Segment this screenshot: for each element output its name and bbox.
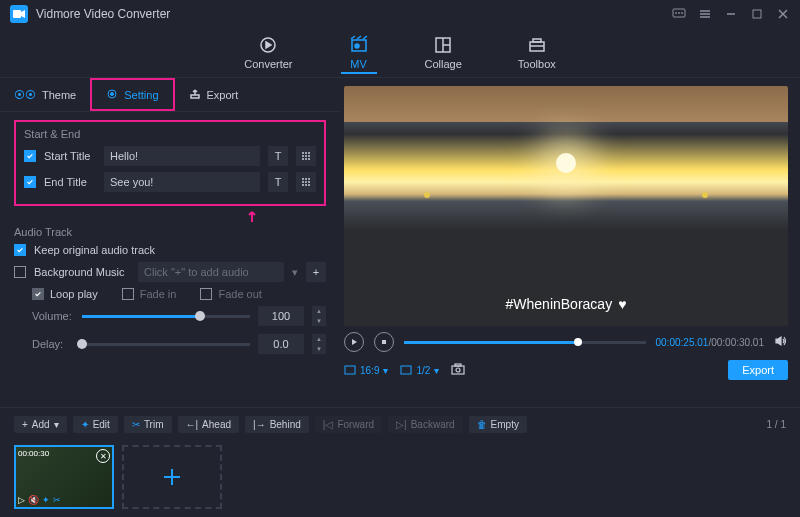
app-title: Vidmore Video Converter	[36, 7, 672, 21]
svg-point-34	[305, 178, 307, 180]
svg-point-26	[308, 152, 310, 154]
volume-slider[interactable]	[82, 315, 250, 318]
delay-label: Delay:	[32, 338, 74, 350]
nav-label: Converter	[244, 58, 292, 70]
svg-point-36	[302, 181, 304, 183]
forward-button[interactable]: |◁Forward	[315, 416, 382, 433]
snapshot-icon[interactable]	[451, 363, 465, 377]
delay-spinner[interactable]: ▲▼	[312, 334, 326, 354]
collage-icon	[433, 35, 453, 55]
volume-input[interactable]	[258, 306, 304, 326]
end-title-checkbox[interactable]	[24, 176, 36, 188]
start-title-checkbox[interactable]	[24, 150, 36, 162]
ahead-button[interactable]: ←|Ahead	[178, 416, 240, 433]
start-title-label: Start Title	[44, 150, 96, 162]
svg-rect-9	[753, 10, 761, 18]
loop-play-label: Loop play	[50, 288, 98, 300]
end-title-label: End Title	[44, 176, 96, 188]
svg-point-4	[682, 13, 683, 14]
star-icon: ✦	[81, 419, 89, 430]
skip-left-icon: |◁	[323, 419, 334, 430]
tab-label: Export	[207, 89, 239, 101]
grid-icon[interactable]	[296, 172, 316, 192]
aspect-ratio-select[interactable]: 16:9 ▾	[344, 365, 388, 376]
menu-icon[interactable]	[698, 7, 712, 21]
volume-icon[interactable]	[774, 334, 788, 350]
nav-collage[interactable]: Collage	[417, 31, 470, 74]
scissors-icon[interactable]: ✂	[53, 495, 61, 505]
text-style-icon[interactable]: T	[268, 146, 288, 166]
svg-rect-44	[401, 366, 411, 374]
add-audio-button[interactable]: +	[306, 262, 326, 282]
nav-converter[interactable]: Converter	[236, 31, 300, 74]
volume-spinner[interactable]: ▲▼	[312, 306, 326, 326]
delay-slider[interactable]	[82, 343, 250, 346]
svg-rect-42	[382, 340, 386, 344]
minimize-button[interactable]	[724, 7, 738, 21]
behind-button[interactable]: |→Behind	[245, 416, 309, 433]
clip-thumbnail[interactable]: 00:00:30 ✕ ▷ 🔇 ✦ ✂	[14, 445, 114, 509]
tab-export[interactable]: Export	[175, 78, 253, 111]
chevron-down-icon: ▾	[434, 365, 439, 376]
maximize-button[interactable]	[750, 7, 764, 21]
close-button[interactable]	[776, 7, 790, 21]
star-icon[interactable]: ✦	[42, 495, 50, 505]
feedback-icon[interactable]	[672, 7, 686, 21]
text-style-icon[interactable]: T	[268, 172, 288, 192]
svg-point-46	[456, 368, 460, 372]
bg-music-label: Background Music	[34, 266, 130, 278]
loop-play-checkbox[interactable]	[32, 288, 44, 300]
export-icon	[189, 88, 201, 102]
tab-setting[interactable]: Setting	[90, 78, 174, 111]
remove-clip-button[interactable]: ✕	[96, 449, 110, 463]
empty-button[interactable]: 🗑Empty	[469, 416, 527, 433]
add-audio-select[interactable]: Click "+" to add audio	[138, 262, 284, 282]
nav-mv[interactable]: MV	[341, 31, 377, 74]
nav-toolbox[interactable]: Toolbox	[510, 31, 564, 74]
backward-button[interactable]: ▷|Backward	[388, 416, 463, 433]
svg-rect-19	[533, 39, 541, 42]
svg-point-24	[302, 152, 304, 154]
svg-point-35	[308, 178, 310, 180]
stop-button[interactable]	[374, 332, 394, 352]
play-icon[interactable]: ▷	[18, 495, 25, 505]
clip-duration: 00:00:30	[18, 449, 49, 458]
grid-icon[interactable]	[296, 146, 316, 166]
preview-hashtag: #WheninBoracay	[506, 296, 613, 312]
tab-label: Theme	[42, 89, 76, 101]
svg-point-14	[355, 44, 359, 48]
section-audio-track: Audio Track	[14, 226, 326, 238]
svg-point-2	[676, 13, 677, 14]
current-time: 00:00:25.01	[656, 337, 709, 348]
theme-icon: ⦿⦿	[14, 89, 36, 101]
svg-point-40	[305, 184, 307, 186]
volume-icon[interactable]: 🔇	[28, 495, 39, 505]
mv-icon	[349, 35, 369, 55]
export-button[interactable]: Export	[728, 360, 788, 380]
fade-in-checkbox[interactable]	[122, 288, 134, 300]
toolbox-icon	[527, 35, 547, 55]
skip-right-icon: ▷|	[396, 419, 407, 430]
play-button[interactable]	[344, 332, 364, 352]
start-title-input[interactable]	[104, 146, 260, 166]
gear-icon	[106, 88, 118, 102]
zoom-select[interactable]: 1/2 ▾	[400, 365, 439, 376]
chevron-down-icon: ▾	[54, 419, 59, 430]
nav-label: Collage	[425, 58, 462, 70]
delay-input[interactable]	[258, 334, 304, 354]
tab-label: Setting	[124, 89, 158, 101]
tab-theme[interactable]: ⦿⦿ Theme	[0, 78, 90, 111]
add-clip-button[interactable]	[122, 445, 222, 509]
edit-button[interactable]: ✦Edit	[73, 416, 118, 433]
fade-out-checkbox[interactable]	[200, 288, 212, 300]
end-title-input[interactable]	[104, 172, 260, 192]
section-start-end: Start & End	[24, 128, 316, 140]
add-button[interactable]: +Add▾	[14, 416, 67, 433]
trim-button[interactable]: ✂Trim	[124, 416, 172, 433]
chevron-down-icon[interactable]: ▾	[292, 266, 298, 279]
progress-bar[interactable]	[404, 341, 646, 344]
video-preview: #WheninBoracay ♥	[344, 86, 788, 326]
bg-music-checkbox[interactable]	[14, 266, 26, 278]
fade-out-label: Fade out	[218, 288, 261, 300]
keep-original-checkbox[interactable]	[14, 244, 26, 256]
